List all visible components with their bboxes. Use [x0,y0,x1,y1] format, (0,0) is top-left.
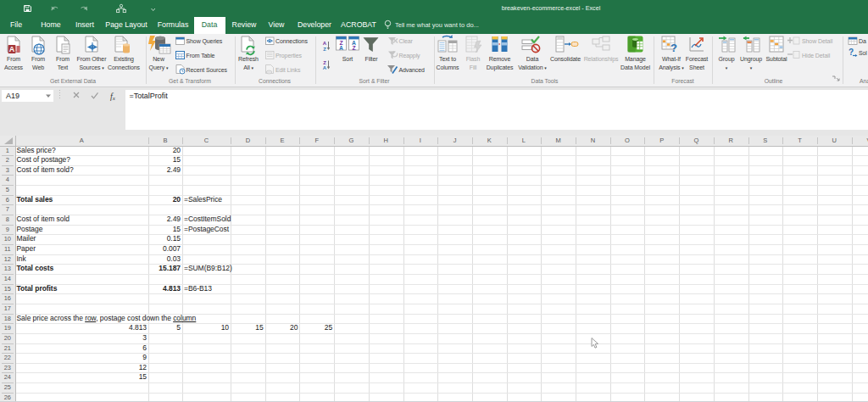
svg-text:A: A [9,45,15,53]
svg-text:Z: Z [352,45,355,51]
svg-text:Z: Z [323,47,326,52]
svg-text:Z: Z [323,60,326,65]
svg-text:A: A [323,65,327,70]
svg-text:A: A [323,41,327,46]
svg-text:?: ? [670,42,677,54]
svg-text:fx: fx [110,92,116,102]
svg-text:A: A [339,45,343,51]
